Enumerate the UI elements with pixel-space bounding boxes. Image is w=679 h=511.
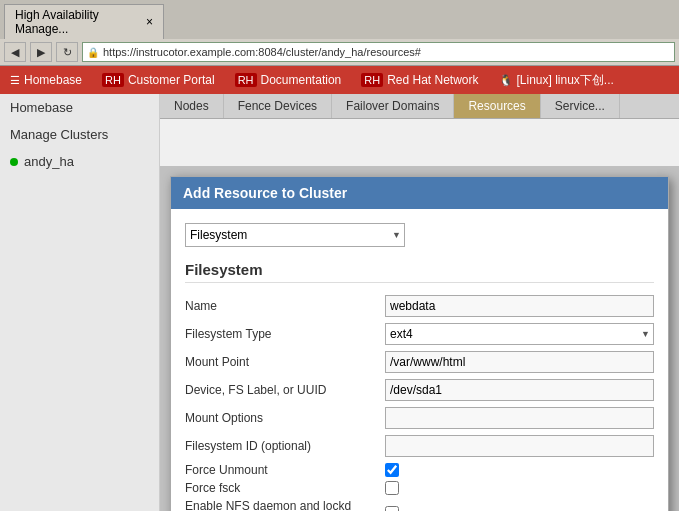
filesystem-type-row: Filesystem Type ext4 ext3 ext2 xfs nfs — [185, 323, 654, 345]
redhat-network-label: Red Hat Network — [387, 73, 478, 87]
dialog-overlay: Add Resource to Cluster Filesystem Files… — [160, 166, 679, 511]
customer-portal-label: Customer Portal — [128, 73, 215, 87]
cluster-name: andy_ha — [24, 154, 74, 169]
url-text: https://instrucotor.example.com:8084/clu… — [103, 46, 421, 58]
tab-nodes[interactable]: Nodes — [160, 94, 224, 118]
dialog-title: Add Resource to Cluster — [183, 185, 347, 201]
documentation-icon: RH — [235, 73, 257, 87]
enable-nfs-row: Enable NFS daemon and lockd workaround — [185, 499, 654, 511]
mount-point-row: Mount Point — [185, 351, 654, 373]
resource-type-dropdown-wrapper[interactable]: Filesystem — [185, 223, 405, 247]
force-fsck-row: Force fsck — [185, 481, 654, 495]
address-bar: ◀ ▶ ↻ 🔒 https://instrucotor.example.com:… — [0, 39, 679, 65]
device-label-row: Device, FS Label, or UUID — [185, 379, 654, 401]
dialog-title-bar: Add Resource to Cluster — [171, 177, 668, 209]
tab-services[interactable]: Service... — [541, 94, 620, 118]
force-unmount-label: Force Unmount — [185, 463, 385, 477]
force-unmount-row: Force Unmount — [185, 463, 654, 477]
redhat-network-icon: RH — [361, 73, 383, 87]
tab-failover-domains[interactable]: Failover Domains — [332, 94, 454, 118]
sidebar-item-manage-clusters[interactable]: Manage Clusters — [0, 121, 159, 148]
tab-fence-devices[interactable]: Fence Devices — [224, 94, 332, 118]
cluster-status-dot — [10, 158, 18, 166]
sidebar-item-homebase[interactable]: Homebase — [0, 94, 159, 121]
resource-type-row: Filesystem — [185, 223, 654, 247]
menu-item-redhat-network[interactable]: RH Red Hat Network — [351, 66, 488, 94]
enable-nfs-checkbox[interactable] — [385, 506, 399, 511]
menu-item-documentation[interactable]: RH Documentation — [225, 66, 352, 94]
filesystem-type-label: Filesystem Type — [185, 327, 385, 341]
mount-point-input[interactable] — [385, 351, 654, 373]
browser-tab[interactable]: High Availability Manage... × — [4, 4, 164, 39]
force-fsck-checkbox[interactable] — [385, 481, 399, 495]
name-input[interactable] — [385, 295, 654, 317]
url-bar[interactable]: 🔒 https://instrucotor.example.com:8084/c… — [82, 42, 675, 62]
tab-bar: High Availability Manage... × — [0, 0, 679, 39]
linux-label: [Linux] linux下创... — [517, 72, 614, 89]
resource-type-select[interactable]: Filesystem — [185, 223, 405, 247]
tabs-bar: Nodes Fence Devices Failover Domains Res… — [160, 94, 679, 119]
enable-nfs-label: Enable NFS daemon and lockd workaround — [185, 499, 385, 511]
documentation-label: Documentation — [261, 73, 342, 87]
manage-clusters-label: Manage Clusters — [10, 127, 108, 142]
customer-portal-icon: RH — [102, 73, 124, 87]
lock-icon: 🔒 — [87, 47, 99, 58]
menu-item-customer-portal[interactable]: RH Customer Portal — [92, 66, 225, 94]
menu-item-homebase[interactable]: ☰ Homebase — [0, 66, 92, 94]
tab-resources[interactable]: Resources — [454, 94, 540, 118]
sidebar: Homebase Manage Clusters andy_ha — [0, 94, 160, 511]
tab-close-icon[interactable]: × — [146, 15, 153, 29]
sidebar-item-cluster[interactable]: andy_ha — [0, 148, 159, 175]
filesystem-type-select-wrapper[interactable]: ext4 ext3 ext2 xfs nfs — [385, 323, 654, 345]
refresh-button[interactable]: ↻ — [56, 42, 78, 62]
homebase-icon: ☰ — [10, 74, 20, 87]
add-resource-dialog: Add Resource to Cluster Filesystem Files… — [170, 176, 669, 511]
name-label: Name — [185, 299, 385, 313]
app-layout: Homebase Manage Clusters andy_ha Nodes F… — [0, 94, 679, 511]
filesystem-id-row: Filesystem ID (optional) — [185, 435, 654, 457]
filesystem-type-select[interactable]: ext4 ext3 ext2 xfs nfs — [385, 323, 654, 345]
forward-button[interactable]: ▶ — [30, 42, 52, 62]
filesystem-id-input[interactable] — [385, 435, 654, 457]
force-unmount-checkbox[interactable] — [385, 463, 399, 477]
homebase-label: Homebase — [24, 73, 82, 87]
device-label-input[interactable] — [385, 379, 654, 401]
browser-chrome: High Availability Manage... × ◀ ▶ ↻ 🔒 ht… — [0, 0, 679, 66]
force-fsck-label: Force fsck — [185, 481, 385, 495]
mount-options-input[interactable] — [385, 407, 654, 429]
menu-bar: ☰ Homebase RH Customer Portal RH Documen… — [0, 66, 679, 94]
filesystem-id-label: Filesystem ID (optional) — [185, 439, 385, 453]
section-title: Filesystem — [185, 261, 654, 283]
tab-label: High Availability Manage... — [15, 8, 140, 36]
mount-point-label: Mount Point — [185, 355, 385, 369]
back-button[interactable]: ◀ — [4, 42, 26, 62]
name-row: Name — [185, 295, 654, 317]
homebase-label: Homebase — [10, 100, 73, 115]
mount-options-label: Mount Options — [185, 411, 385, 425]
device-label-label: Device, FS Label, or UUID — [185, 383, 385, 397]
dialog-body: Filesystem Filesystem Name Filesystem Ty… — [171, 209, 668, 511]
linux-icon: 🐧 — [499, 74, 513, 87]
menu-item-linux[interactable]: 🐧 [Linux] linux下创... — [489, 66, 624, 94]
mount-options-row: Mount Options — [185, 407, 654, 429]
